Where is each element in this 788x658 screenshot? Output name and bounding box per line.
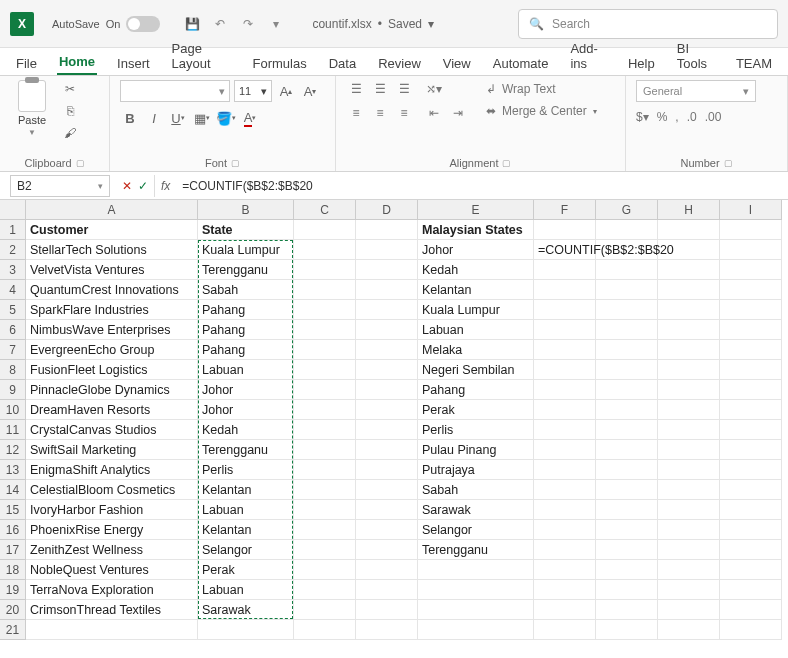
cell-G19[interactable] <box>596 580 658 600</box>
cell-B13[interactable]: Perlis <box>198 460 294 480</box>
cell-G20[interactable] <box>596 600 658 620</box>
row-header-1[interactable]: 1 <box>0 220 26 240</box>
undo-icon[interactable]: ↶ <box>212 16 228 32</box>
font-color-button[interactable]: A▾ <box>240 108 260 128</box>
cell-F15[interactable] <box>534 500 596 520</box>
cell-F21[interactable] <box>534 620 596 640</box>
cell-D1[interactable] <box>356 220 418 240</box>
cell-I20[interactable] <box>720 600 782 620</box>
cell-A4[interactable]: QuantumCrest Innovations <box>26 280 198 300</box>
cell-G21[interactable] <box>596 620 658 640</box>
cell-G13[interactable] <box>596 460 658 480</box>
cell-C21[interactable] <box>294 620 356 640</box>
cell-B5[interactable]: Pahang <box>198 300 294 320</box>
cell-E8[interactable]: Negeri Sembilan <box>418 360 534 380</box>
cell-D12[interactable] <box>356 440 418 460</box>
cell-H7[interactable] <box>658 340 720 360</box>
cell-I12[interactable] <box>720 440 782 460</box>
cell-A5[interactable]: SparkFlare Industries <box>26 300 198 320</box>
cell-F3[interactable] <box>534 260 596 280</box>
enter-formula-button[interactable]: ✓ <box>138 179 148 193</box>
cell-G14[interactable] <box>596 480 658 500</box>
cell-C20[interactable] <box>294 600 356 620</box>
cell-E14[interactable]: Sabah <box>418 480 534 500</box>
cell-G5[interactable] <box>596 300 658 320</box>
cell-B9[interactable]: Johor <box>198 380 294 400</box>
cell-C3[interactable] <box>294 260 356 280</box>
cell-D16[interactable] <box>356 520 418 540</box>
cell-D6[interactable] <box>356 320 418 340</box>
cell-I7[interactable] <box>720 340 782 360</box>
cell-B16[interactable]: Kelantan <box>198 520 294 540</box>
expand-icon[interactable]: ▢ <box>502 158 511 168</box>
toggle-switch-icon[interactable] <box>126 16 160 32</box>
row-header-13[interactable]: 13 <box>0 460 26 480</box>
autosave-toggle[interactable]: AutoSave On <box>52 16 160 32</box>
cell-F5[interactable] <box>534 300 596 320</box>
cell-F16[interactable] <box>534 520 596 540</box>
bold-button[interactable]: B <box>120 108 140 128</box>
cell-G8[interactable] <box>596 360 658 380</box>
cell-A20[interactable]: CrimsonThread Textiles <box>26 600 198 620</box>
copy-button[interactable]: ⎘ <box>60 102 80 120</box>
tab-review[interactable]: Review <box>376 52 423 75</box>
cell-D20[interactable] <box>356 600 418 620</box>
cell-B1[interactable]: State <box>198 220 294 240</box>
cell-F20[interactable] <box>534 600 596 620</box>
cell-C5[interactable] <box>294 300 356 320</box>
cell-B3[interactable]: Terengganu <box>198 260 294 280</box>
cell-G17[interactable] <box>596 540 658 560</box>
cell-A10[interactable]: DreamHaven Resorts <box>26 400 198 420</box>
cell-B12[interactable]: Terengganu <box>198 440 294 460</box>
formula-input[interactable]: =COUNTIF($B$2:$B$20 <box>176 179 788 193</box>
name-box[interactable]: B2▾ <box>10 175 110 197</box>
cell-C6[interactable] <box>294 320 356 340</box>
cell-A15[interactable]: IvoryHarbor Fashion <box>26 500 198 520</box>
cell-E2[interactable]: Johor <box>418 240 534 260</box>
cell-A6[interactable]: NimbusWave Enterprises <box>26 320 198 340</box>
row-header-4[interactable]: 4 <box>0 280 26 300</box>
cell-F2[interactable]: =COUNTIF($B$2:$B$20 <box>534 240 596 260</box>
align-left-button[interactable]: ≡ <box>346 104 366 122</box>
cell-E11[interactable]: Perlis <box>418 420 534 440</box>
cell-H1[interactable] <box>658 220 720 240</box>
cell-D4[interactable] <box>356 280 418 300</box>
row-header-21[interactable]: 21 <box>0 620 26 640</box>
cell-I18[interactable] <box>720 560 782 580</box>
tab-data[interactable]: Data <box>327 52 358 75</box>
cell-H10[interactable] <box>658 400 720 420</box>
cell-G1[interactable] <box>596 220 658 240</box>
cell-G4[interactable] <box>596 280 658 300</box>
cell-F18[interactable] <box>534 560 596 580</box>
cell-D18[interactable] <box>356 560 418 580</box>
cell-H20[interactable] <box>658 600 720 620</box>
cell-F13[interactable] <box>534 460 596 480</box>
wrap-text-button[interactable]: ↲Wrap Text <box>482 80 601 98</box>
cell-C7[interactable] <box>294 340 356 360</box>
cell-D11[interactable] <box>356 420 418 440</box>
tab-file[interactable]: File <box>14 52 39 75</box>
save-icon[interactable]: 💾 <box>184 16 200 32</box>
row-header-20[interactable]: 20 <box>0 600 26 620</box>
cell-E12[interactable]: Pulau Pinang <box>418 440 534 460</box>
cell-I2[interactable] <box>720 240 782 260</box>
cell-E17[interactable]: Terengganu <box>418 540 534 560</box>
cell-D10[interactable] <box>356 400 418 420</box>
tab-help[interactable]: Help <box>626 52 657 75</box>
row-header-6[interactable]: 6 <box>0 320 26 340</box>
cell-H13[interactable] <box>658 460 720 480</box>
cell-C4[interactable] <box>294 280 356 300</box>
cell-G3[interactable] <box>596 260 658 280</box>
row-header-14[interactable]: 14 <box>0 480 26 500</box>
cell-I3[interactable] <box>720 260 782 280</box>
cell-H19[interactable] <box>658 580 720 600</box>
cell-G6[interactable] <box>596 320 658 340</box>
cell-B7[interactable]: Pahang <box>198 340 294 360</box>
cell-F11[interactable] <box>534 420 596 440</box>
cell-C2[interactable] <box>294 240 356 260</box>
cell-H21[interactable] <box>658 620 720 640</box>
align-middle-button[interactable]: ☰ <box>370 80 390 98</box>
cell-I1[interactable] <box>720 220 782 240</box>
cell-F1[interactable] <box>534 220 596 240</box>
cell-I14[interactable] <box>720 480 782 500</box>
